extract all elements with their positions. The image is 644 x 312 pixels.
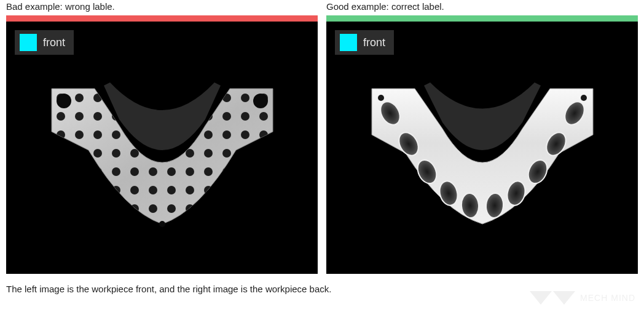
bad-label-tag: front (15, 30, 74, 55)
svg-point-14 (378, 95, 384, 101)
caption-text: The left image is the workpiece front, a… (0, 274, 644, 294)
bad-example: Bad example: wrong lable. front (6, 1, 318, 274)
svg-point-2 (253, 94, 268, 108)
good-example: Good example: correct label. front (326, 1, 638, 274)
good-label-tag: front (335, 30, 394, 55)
svg-point-3 (159, 221, 165, 227)
good-image-panel: front (326, 22, 638, 274)
good-example-title: Good example: correct label. (326, 1, 638, 12)
label-swatch (340, 34, 357, 51)
document-container: Bad example: wrong lable. front (0, 0, 644, 294)
bad-status-bar (6, 15, 318, 22)
svg-point-15 (581, 95, 587, 101)
bad-example-title: Bad example: wrong lable. (6, 1, 318, 12)
watermark-text: MECH MIND (580, 293, 635, 303)
workpiece-front-image (33, 52, 291, 236)
bad-image-panel: front (6, 22, 318, 274)
examples-row: Bad example: wrong lable. front (0, 0, 644, 274)
good-status-bar (326, 15, 638, 22)
label-swatch (20, 34, 37, 51)
bad-label-text: front (43, 36, 65, 49)
workpiece-back-image (353, 52, 611, 236)
good-label-text: front (363, 36, 385, 49)
svg-point-1 (57, 94, 71, 108)
